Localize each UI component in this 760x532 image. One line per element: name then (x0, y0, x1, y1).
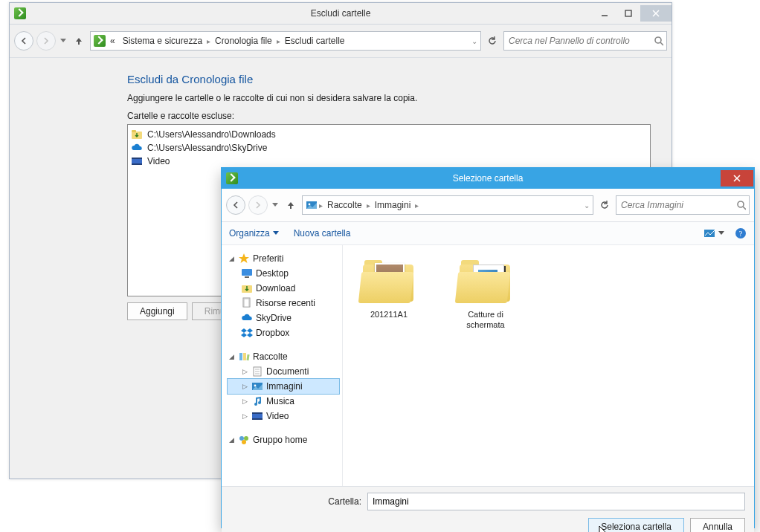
chevron-down-icon (718, 231, 724, 236)
svg-rect-18 (242, 269, 252, 276)
close-button[interactable] (640, 5, 672, 22)
folder-item[interactable]: 201211A1 (352, 259, 426, 319)
folder-item[interactable]: Catture di schermata (448, 259, 523, 330)
pictures-library-icon (306, 199, 318, 211)
pictures-icon (251, 380, 263, 392)
tree-item-skydrive[interactable]: SkyDrive (228, 311, 339, 325)
crumb[interactable]: Escludi cartelle (282, 36, 348, 46)
refresh-button[interactable] (596, 197, 613, 213)
address-bar[interactable]: ▸ Raccolte▸ Immagini▸ ⌄ (302, 195, 593, 215)
addrbar-dropdown[interactable]: ⌄ (471, 37, 477, 45)
search-input[interactable] (619, 199, 736, 211)
cancel-button[interactable]: Annulla (690, 518, 745, 532)
new-folder-button[interactable]: Nuova cartella (294, 228, 351, 239)
app-icon (226, 172, 238, 184)
titlebar[interactable]: Escludi cartelle (10, 3, 672, 25)
tree-label: Preferiti (253, 253, 283, 264)
crumb[interactable]: Raccolte (324, 200, 365, 210)
tree-label: Dropbox (256, 328, 289, 338)
tree-label: Immagini (266, 381, 303, 392)
tree-item-music[interactable]: ▷Musica (228, 394, 339, 409)
titlebar[interactable]: Selezione cartella (222, 168, 754, 189)
minimize-button[interactable] (593, 5, 616, 22)
tree-item-pictures[interactable]: ▷Immagini (227, 378, 340, 395)
svg-point-4 (655, 37, 661, 43)
folder-field[interactable] (367, 493, 745, 510)
forward-button[interactable] (36, 31, 56, 51)
up-button[interactable] (283, 197, 299, 213)
page-description: Aggiungere le cartelle o le raccolte di … (127, 93, 651, 103)
search-input[interactable] (507, 35, 654, 47)
tree-item-video[interactable]: ▷Video (228, 409, 339, 424)
search-folder[interactable] (616, 195, 750, 215)
select-folder-button[interactable]: Seleziona cartella (588, 518, 684, 532)
tree-group-libraries[interactable]: ◢Raccolte (228, 349, 339, 364)
refresh-button[interactable] (484, 33, 500, 49)
history-dropdown[interactable] (59, 39, 68, 43)
nav-bar: « Sistema e sicurezza▸ Cronologia file▸ … (10, 25, 672, 58)
desktop-icon (241, 267, 253, 279)
download-icon (241, 282, 253, 294)
toolbar: Organizza Nuova cartella ? (222, 222, 754, 245)
tree-label: SkyDrive (256, 313, 292, 323)
tree-item-download[interactable]: Download (228, 281, 339, 296)
tree-label: Risorse recenti (256, 298, 315, 308)
dialog-selezione-cartella: Selezione cartella ▸ Raccolte▸ Immagini▸… (221, 167, 755, 528)
chevron-down-icon (273, 231, 279, 236)
tree-group-favorites[interactable]: ◢Preferiti (228, 251, 339, 266)
chevron-right-icon: ▸ (319, 201, 323, 210)
list-item[interactable]: C:\Users\Alessandro\Downloads (131, 128, 647, 141)
tree-group-homegroup[interactable]: ◢Gruppo home (228, 432, 339, 447)
maximize-button[interactable] (616, 5, 640, 22)
skydrive-icon (131, 142, 143, 154)
file-pane[interactable]: 201211A1 Catture di schermata (343, 245, 754, 486)
back-button[interactable] (226, 195, 245, 215)
crumb[interactable]: Sistema e sicurezza (120, 36, 205, 46)
list-item-label: C:\Users\Alessandro\Downloads (147, 129, 276, 140)
addrbar-dropdown[interactable]: ⌄ (584, 201, 590, 210)
cancel-label: Annulla (703, 522, 732, 532)
nav-tree[interactable]: ◢Preferiti Desktop Download Risorse rece… (222, 245, 343, 486)
dialog-footer: Cartella: Seleziona cartella Annulla (222, 486, 754, 532)
page-title: Escludi da Cronologia file (127, 73, 651, 85)
forward-button[interactable] (248, 195, 268, 215)
up-button[interactable] (71, 33, 87, 49)
history-dropdown[interactable] (271, 203, 280, 207)
organize-label: Organizza (229, 228, 270, 239)
svg-rect-19 (245, 276, 249, 278)
svg-rect-34 (252, 418, 263, 420)
tree-label: Desktop (256, 268, 289, 279)
close-button[interactable] (721, 170, 753, 186)
crumb[interactable]: Cronologia file (212, 36, 275, 46)
tree-label: Gruppo home (253, 435, 307, 445)
search-control-panel[interactable] (503, 31, 667, 51)
list-item[interactable]: Video (131, 155, 647, 168)
svg-rect-15 (704, 230, 715, 237)
search-icon (654, 36, 663, 46)
nav-bar: ▸ Raccolte▸ Immagini▸ ⌄ (222, 189, 754, 222)
organize-menu[interactable]: Organizza (229, 228, 279, 239)
svg-point-13 (309, 204, 311, 206)
tree-item-documents[interactable]: ▷Documenti (228, 364, 339, 379)
back-button[interactable] (14, 31, 33, 51)
svg-rect-6 (132, 130, 136, 132)
folder-label: 201211A1 (352, 309, 426, 319)
help-icon[interactable]: ? (735, 227, 747, 239)
documents-icon (251, 366, 263, 377)
download-folder-icon (131, 129, 143, 140)
add-button[interactable]: Aggiungi (127, 302, 187, 320)
tree-item-desktop[interactable]: Desktop (228, 266, 339, 281)
view-options-button[interactable] (703, 228, 724, 239)
address-bar[interactable]: « Sistema e sicurezza▸ Cronologia file▸ … (90, 31, 481, 51)
search-icon (736, 200, 746, 210)
svg-point-37 (242, 440, 246, 444)
add-button-label: Aggiungi (140, 306, 175, 317)
tree-item-dropbox[interactable]: Dropbox (228, 325, 339, 340)
tree-label: Documenti (266, 366, 309, 377)
list-item[interactable]: C:\Users\Alessandro\SkyDrive (131, 141, 647, 155)
tree-label: Video (266, 411, 289, 421)
svg-rect-22 (244, 299, 249, 307)
tree-item-recent[interactable]: Risorse recenti (228, 296, 339, 311)
svg-point-31 (254, 385, 257, 387)
crumb[interactable]: Immagini (372, 200, 414, 210)
